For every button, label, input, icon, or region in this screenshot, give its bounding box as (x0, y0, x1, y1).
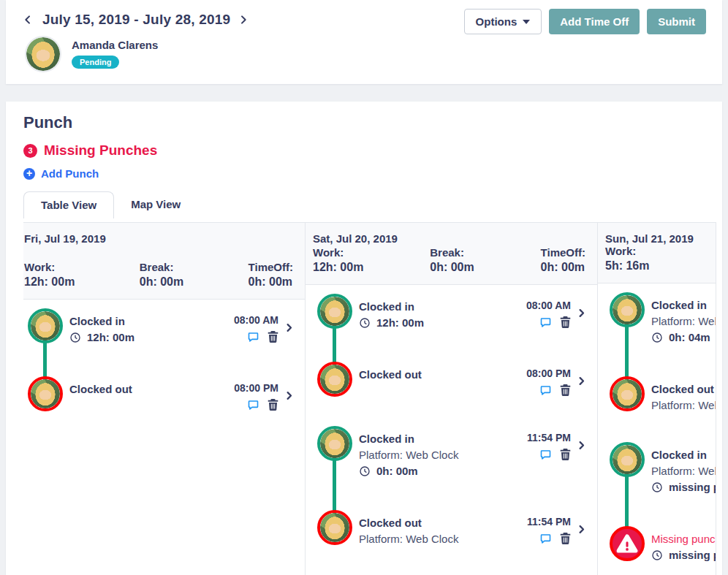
entry-label: Clocked out (359, 516, 520, 530)
clock-icon (69, 332, 81, 343)
entry-label: Clocked in (651, 448, 716, 462)
entry-time: 11:54 PM (527, 516, 571, 528)
add-time-off-label: Add Time Off (560, 15, 629, 28)
tab-table-view[interactable]: Table View (23, 191, 114, 218)
day-timeline: Clocked in Platform: Web Clock 0h: 04m C… (598, 283, 716, 575)
stat-value: 0h: 00m (541, 261, 585, 274)
user-name: Amanda Clarens (72, 39, 158, 51)
status-badge: Pending (72, 56, 119, 69)
open-entry-icon[interactable] (576, 376, 587, 397)
add-time-off-button[interactable]: Add Time Off (549, 9, 640, 34)
prev-week-icon[interactable] (22, 13, 35, 26)
entry-label: Clocked in (359, 432, 520, 446)
stat-value: 5h: 16m (605, 259, 649, 273)
timesheet-header-card: July 15, 2019 - July 28, 2019 Options Ad… (6, 0, 722, 84)
entry-duration: missing punch (669, 479, 716, 495)
stat-label: Work: (24, 261, 75, 273)
add-punch-link[interactable]: + Add Punch (18, 167, 710, 180)
day-header: Sat, Jul 20, 2019 Work: 12h: 00m Break: … (306, 223, 597, 285)
entry-platform: Platform: Web Clock (651, 313, 716, 329)
punch-table: Fri, Jul 19, 2019 Work: 12h: 00m Break: … (23, 222, 716, 575)
punch-entry: Clocked out 08:00 PM (313, 362, 587, 397)
trash-icon[interactable] (560, 533, 571, 544)
entry-platform: Platform: Web Clock (651, 463, 716, 479)
missing-count-badge: 3 (23, 144, 37, 158)
date-range-label: July 15, 2019 - July 28, 2019 (42, 12, 230, 28)
entry-duration: 0h: 04m (669, 330, 710, 345)
clock-icon (359, 465, 371, 477)
entry-time: 08:00 PM (526, 368, 571, 379)
open-entry-icon[interactable] (576, 308, 587, 330)
entry-duration: missing punch (669, 547, 716, 563)
day-column-fri: Fri, Jul 19, 2019 Work: 12h: 00m Break: … (23, 223, 306, 575)
work-stat: Work: 12h: 00m (24, 261, 75, 289)
day-date: Fri, Jul 19, 2019 (24, 232, 293, 245)
missing-punches-label: Missing Punches (44, 142, 157, 159)
entry-label: Clocked out (69, 382, 227, 397)
open-entry-icon[interactable] (284, 390, 295, 411)
comment-icon[interactable] (539, 449, 552, 460)
day-header: Fri, Jul 19, 2019 Work: 12h: 00m Break: … (23, 223, 305, 300)
options-button[interactable]: Options (464, 9, 542, 34)
punch-entry: Clocked in 12h: 00m 08:00 AM (23, 308, 295, 345)
comment-icon[interactable] (539, 533, 552, 544)
trash-icon[interactable] (560, 384, 571, 396)
day-header: Sun, Jul 21, 2019 Work: 5h: 16m (598, 223, 716, 283)
entry-duration: 12h: 00m (87, 330, 134, 345)
entry-label: Clocked in (651, 298, 716, 313)
clock-icon (651, 481, 663, 493)
punch-title: Punch (18, 113, 710, 132)
avatar-clocked-out (28, 376, 63, 411)
clock-icon (651, 549, 663, 561)
day-column-sun: Sun, Jul 21, 2019 Work: 5h: 16m Clocked … (598, 223, 716, 575)
comment-icon[interactable] (247, 331, 259, 343)
stat-label: TimeOff: (541, 246, 585, 259)
open-entry-icon[interactable] (284, 322, 295, 345)
stat-label: Work: (605, 245, 649, 257)
entry-label: Clocked in (69, 314, 227, 329)
next-week-icon[interactable] (238, 13, 251, 26)
trash-icon[interactable] (268, 331, 278, 343)
open-entry-icon[interactable] (576, 524, 587, 547)
view-tabs: Table View Map View (18, 191, 710, 218)
entry-duration: 0h: 00m (376, 463, 418, 479)
stat-value: 0h: 00m (430, 261, 474, 274)
stat-value: 0h: 00m (140, 275, 183, 289)
break-stat: Break: 0h: 00m (430, 246, 474, 274)
avatar-clocked-in (317, 426, 352, 461)
day-timeline: Clocked in 12h: 00m 08:00 AM (306, 285, 597, 575)
trash-icon[interactable] (268, 399, 278, 411)
comment-icon[interactable] (539, 316, 552, 328)
add-punch-label: Add Punch (41, 167, 99, 180)
trash-icon[interactable] (560, 316, 571, 328)
punch-entry: Clocked in Platform: Web Clock missing p… (605, 442, 716, 495)
entry-time: 08:00 AM (234, 314, 278, 326)
day-date: Sun, Jul 21, 2019 (605, 232, 716, 245)
submit-button[interactable]: Submit (647, 9, 706, 34)
day-date: Sat, Jul 20, 2019 (313, 232, 585, 245)
timeoff-stat: TimeOff: 0h: 00m (249, 261, 293, 289)
entry-label: Missing punch (651, 532, 716, 547)
stat-value: 0h: 00m (249, 275, 293, 289)
entry-platform: Platform: Web Clock (359, 531, 520, 547)
open-entry-icon[interactable] (576, 440, 587, 479)
punch-entry: Clocked in Platform: Web Clock 0h: 00m 1… (313, 426, 587, 479)
entry-label: Clocked in (359, 300, 520, 314)
entry-label: Clocked out (651, 382, 716, 397)
entry-time: 11:54 PM (527, 432, 571, 443)
trash-icon[interactable] (560, 449, 571, 460)
comment-icon[interactable] (247, 399, 259, 411)
entry-platform: Platform: Web Clock (651, 397, 716, 413)
avatar-clocked-out (317, 362, 352, 397)
day-timeline: Clocked in 12h: 00m 08:00 AM (23, 300, 305, 441)
comment-icon[interactable] (539, 384, 552, 396)
entry-duration: 12h: 00m (376, 315, 424, 330)
caret-down-icon (523, 20, 530, 24)
date-range-nav: July 15, 2019 - July 28, 2019 (18, 12, 251, 28)
punch-entry-missing: Missing punch missing punch (605, 526, 716, 563)
missing-punches-row: 3 Missing Punches (18, 142, 710, 159)
clock-icon (651, 332, 663, 343)
stat-label: Work: (313, 246, 363, 259)
day-column-sat: Sat, Jul 20, 2019 Work: 12h: 00m Break: … (306, 223, 598, 575)
tab-map-view[interactable]: Map View (114, 191, 197, 218)
